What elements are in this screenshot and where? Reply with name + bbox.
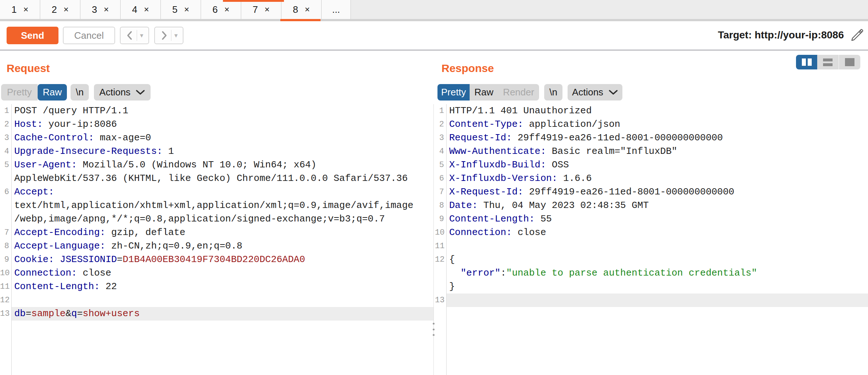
repeater-tab-1[interactable]: 1× <box>0 0 40 19</box>
tab-bar-bottom-strip <box>0 19 868 21</box>
request-line-text: Accept: <box>11 185 433 199</box>
layout-rows-button[interactable] <box>817 55 838 69</box>
repeater-tab-2[interactable]: 2× <box>40 0 80 19</box>
history-back-button[interactable]: ▾ <box>120 27 149 44</box>
tab-close-icon[interactable]: × <box>265 4 270 15</box>
tab-close-icon[interactable]: × <box>64 4 69 15</box>
request-line-text: /webp,image/apng,*/*;q=0.8,application/s… <box>11 212 433 226</box>
code-token: JSESSIONID <box>60 254 117 265</box>
tab-label: 4 <box>132 4 137 15</box>
response-tab-render[interactable]: Render <box>498 84 539 101</box>
code-token: X-Request-Id: <box>449 186 523 197</box>
code-token: "unable to parse authentication credenti… <box>506 268 757 279</box>
response-tab-raw[interactable]: Raw <box>470 84 498 101</box>
code-token: HTTP/1.1 401 Unauthorized <box>449 105 592 116</box>
cancel-button[interactable]: Cancel <box>63 27 115 44</box>
code-token: X-Influxdb-Version: <box>449 173 557 184</box>
code-token: text/html,application/xhtml+xml,applicat… <box>14 200 413 211</box>
request-line-text: Host: your-ip:8086 <box>11 118 433 131</box>
layout-columns-button[interactable] <box>796 55 817 69</box>
response-line-text: X-Influxdb-Version: 1.6.6 <box>446 172 868 185</box>
tab-close-icon[interactable]: × <box>224 4 230 15</box>
repeater-tab-3[interactable]: 3× <box>80 0 121 19</box>
edit-target-pencil-icon[interactable] <box>849 27 865 43</box>
response-actions-button[interactable]: Actions <box>568 84 622 101</box>
request-line: 2Host: your-ip:8086 <box>0 118 433 131</box>
code-token: POST /query HTTP/1.1 <box>14 105 128 116</box>
tab-close-icon[interactable]: × <box>23 4 29 15</box>
response-line: 5X-Influxdb-Build: OSS <box>435 158 868 172</box>
code-token: Accept-Encoding: <box>14 227 106 238</box>
response-newline-toggle[interactable]: \n <box>544 84 562 101</box>
code-token: close <box>77 268 111 279</box>
code-token: Basic realm="InfluxDB" <box>546 146 677 157</box>
send-button[interactable]: Send <box>7 27 58 44</box>
tab-label: 3 <box>92 4 97 15</box>
request-line: 8Accept-Language: zh-CN,zh;q=0.9,en;q=0.… <box>0 239 433 253</box>
response-view-tabs: Pretty Raw Render \n Actions <box>437 84 622 101</box>
code-token: gzip, deflate <box>106 227 185 238</box>
history-forward-dropdown-icon[interactable]: ▾ <box>174 31 178 39</box>
response-line: 12{ <box>435 253 868 266</box>
actions-label: Actions <box>99 87 130 98</box>
request-line: 6Accept: <box>0 185 433 199</box>
request-tab-pretty[interactable]: Pretty <box>1 84 38 101</box>
history-back-dropdown-icon[interactable]: ▾ <box>140 31 143 39</box>
response-line: 6X-Influxdb-Version: 1.6.6 <box>435 172 868 185</box>
code-token: OSS <box>546 159 569 170</box>
request-editor[interactable]: 1POST /query HTTP/1.12Host: your-ip:8086… <box>0 104 433 375</box>
repeater-tab-5[interactable]: 5× <box>161 0 201 19</box>
repeater-tab-4[interactable]: 4× <box>121 0 161 19</box>
layout-single-button[interactable] <box>838 55 860 69</box>
tab-label: ... <box>332 4 340 15</box>
response-line: 9Content-Length: 55 <box>435 212 868 226</box>
tab-close-icon[interactable]: × <box>144 4 149 15</box>
chevron-left-icon <box>126 30 134 41</box>
request-newline-toggle[interactable]: \n <box>71 84 89 101</box>
repeater-tab-8[interactable]: 8× <box>281 0 322 19</box>
code-token: Mozilla/5.0 (Windows NT 10.0; Win64; x64… <box>77 159 317 170</box>
code-token: 1 <box>163 146 174 157</box>
code-token: : <box>500 268 506 279</box>
line-number: 8 <box>0 239 11 253</box>
line-number: 13 <box>0 307 11 321</box>
response-line-text: Request-Id: 29ff4919-ea26-11ed-8001-0000… <box>446 131 868 145</box>
response-editor[interactable]: 1HTTP/1.1 401 Unauthorized2Content-Type:… <box>435 104 868 375</box>
code-token: Cache-Control: <box>14 132 94 143</box>
tab-close-icon[interactable]: × <box>184 4 189 15</box>
code-token: 29ff4919-ea26-11ed-8001-000000000000 <box>523 186 734 197</box>
request-actions-button[interactable]: Actions <box>94 84 151 101</box>
request-tab-raw[interactable]: Raw <box>38 84 67 101</box>
response-line: 2Content-Type: application/json <box>435 118 868 131</box>
line-number: 2 <box>435 118 446 131</box>
response-line: 8Date: Thu, 04 May 2023 02:48:35 GMT <box>435 199 868 212</box>
repeater-tab-7[interactable]: 7× <box>241 0 281 19</box>
line-number: 11 <box>0 280 11 293</box>
code-token: 55 <box>535 213 552 224</box>
tab-label: 2 <box>52 4 57 15</box>
request-line-text: Cache-Control: max-age=0 <box>11 131 433 145</box>
code-token: sample <box>31 308 66 319</box>
response-line-text: { <box>446 253 868 266</box>
tab-close-icon[interactable]: × <box>305 4 310 15</box>
tab-label: 6 <box>212 4 217 15</box>
target-bar: Target: http://your-ip:8086 <box>718 26 865 45</box>
request-line-text: Connection: close <box>11 266 433 280</box>
repeater-tab-6[interactable]: 6× <box>201 0 241 19</box>
response-tab-pretty[interactable]: Pretty <box>437 84 470 101</box>
line-number <box>435 280 446 293</box>
line-number: 12 <box>435 253 446 266</box>
tab-close-icon[interactable]: × <box>104 4 109 15</box>
code-token: Accept-Language: <box>14 240 106 251</box>
history-forward-button[interactable]: ▾ <box>154 27 183 44</box>
toolbar-divider <box>0 50 868 50</box>
code-token: = <box>77 308 83 319</box>
code-token: Connection: <box>14 268 77 279</box>
repeater-tab-...[interactable]: ... <box>322 0 351 19</box>
response-line: 1HTTP/1.1 401 Unauthorized <box>435 104 868 118</box>
tab-activity-indicator <box>223 0 284 2</box>
splitter-handle[interactable] <box>432 323 435 336</box>
request-line: /webp,image/apng,*/*;q=0.8,application/s… <box>0 212 433 226</box>
tab-label: 7 <box>253 4 258 15</box>
response-line: "error":"unable to parse authentication … <box>435 266 868 280</box>
